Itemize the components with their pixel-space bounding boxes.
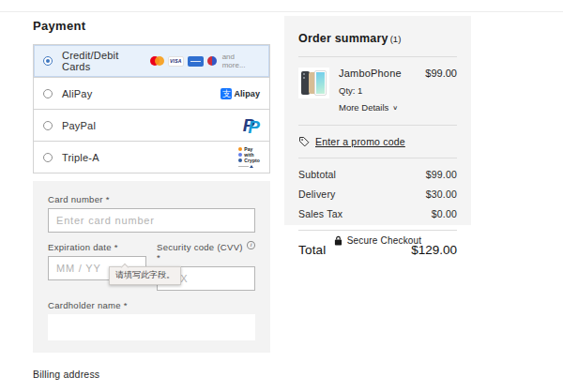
product-price: $99.00	[425, 68, 457, 79]
card-number-input[interactable]	[48, 208, 255, 233]
divider	[298, 230, 457, 231]
generic-card-icon	[207, 56, 217, 66]
product-name: JamboPhone	[339, 68, 402, 79]
product-qty: Qty: 1	[339, 85, 457, 96]
method-label: PayPal	[62, 120, 96, 131]
cvv-info-icon[interactable]: i	[247, 241, 255, 249]
more-cards-label: and more...	[222, 53, 260, 69]
paypal-icon: P P	[243, 115, 260, 136]
product-image	[298, 68, 329, 98]
item-count: (1)	[390, 34, 402, 44]
cardholder-name-input[interactable]	[48, 314, 255, 340]
order-summary-card: Order summary(1) JamboPhone $99.00 Qty: …	[284, 16, 471, 225]
pay-with-crypto-icon: Pay with Crypto	[238, 147, 260, 168]
method-label: Triple-A	[62, 152, 99, 163]
alipay-icon: 支 Alipay	[221, 88, 260, 99]
cardholder-name-label: Cardholder name *	[48, 300, 255, 310]
expiration-date-label: Expiration date *	[48, 242, 146, 252]
method-row-paypal[interactable]: PayPal P P	[34, 109, 269, 141]
payment-title: Payment	[33, 19, 270, 33]
mastercard-icon	[150, 56, 164, 66]
radio-paypal[interactable]	[43, 121, 53, 130]
fee-row-sales-tax: Sales Tax$0.00	[298, 208, 457, 219]
method-label: Credit/Debit Cards	[62, 50, 150, 72]
payment-methods-list: Credit/Debit Cards VISA and more... AliP…	[33, 44, 270, 173]
fee-row-subtotal: Subtotal$99.00	[298, 169, 457, 180]
order-summary-title: Order summary(1)	[298, 29, 457, 46]
amex-icon	[188, 56, 204, 67]
cvv-label: Security code (CVV) *	[157, 242, 247, 263]
more-details-toggle[interactable]: More Details ∨	[339, 102, 398, 113]
card-number-label: Card number *	[48, 194, 255, 204]
method-row-alipay[interactable]: AliPay 支 Alipay	[34, 77, 269, 109]
secure-checkout: Secure Checkout	[284, 235, 471, 246]
radio-credit-debit[interactable]	[43, 56, 53, 66]
payment-section: Payment Credit/Debit Cards VISA and more…	[33, 15, 270, 392]
card-details-form: Card number * Expiration date * Security…	[33, 181, 270, 353]
promo-code-link[interactable]: Enter a promo code	[298, 136, 457, 147]
visa-icon: VISA	[168, 56, 184, 67]
divider	[298, 158, 457, 158]
divider	[298, 125, 457, 126]
card-brand-icons: VISA and more...	[150, 53, 260, 69]
page-top-divider	[0, 11, 563, 12]
validation-tooltip: 请填写此字段。	[109, 266, 181, 285]
billing-address-title: Billing address	[33, 369, 270, 380]
divider	[298, 56, 457, 57]
method-row-credit-debit[interactable]: Credit/Debit Cards VISA and more...	[34, 45, 269, 77]
radio-triple-a[interactable]	[43, 153, 53, 162]
method-row-triple-a[interactable]: Triple-A Pay with Crypto	[34, 141, 269, 173]
promo-tag-icon	[298, 136, 310, 147]
lock-icon	[334, 235, 342, 246]
fee-row-delivery: Delivery$30.00	[298, 188, 457, 200]
method-label: AliPay	[62, 88, 92, 99]
radio-alipay[interactable]	[43, 89, 53, 98]
chevron-down-icon: ∨	[392, 104, 398, 111]
order-item: JamboPhone $99.00 Qty: 1 More Details ∨	[298, 68, 457, 114]
